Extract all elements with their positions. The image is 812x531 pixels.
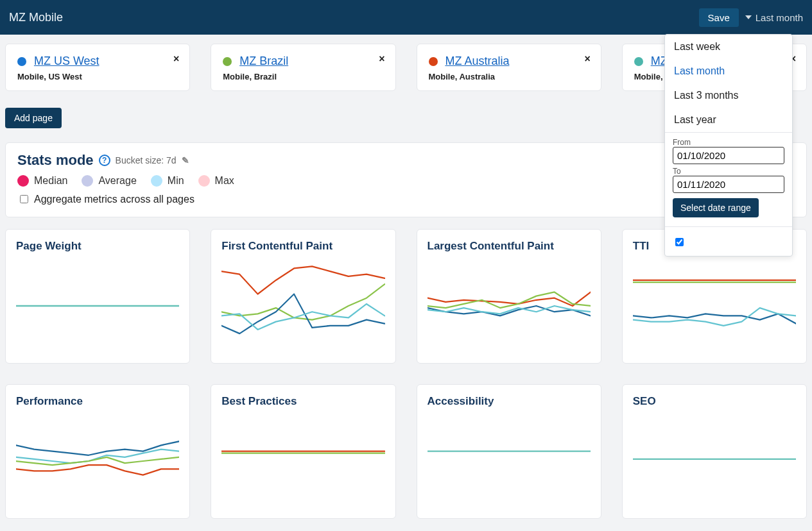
legend-dot-icon [82,175,93,187]
stats-mode-label[interactable]: Stats mode [689,236,741,248]
chart-title: Best Practices [221,395,384,408]
legend-label: Average [98,175,136,187]
date-range-trigger[interactable]: Last month [745,12,803,23]
topbar-right: Save Last month Last weekLast monthLast … [699,8,803,27]
page-card-subtitle: Mobile, US West [17,72,178,81]
legend-dot-icon [17,175,29,187]
status-dot-icon [634,57,643,66]
help-icon[interactable]: ? [99,155,110,166]
page-card-subtitle: Mobile, Australia [429,72,589,81]
legend-item[interactable]: Average [82,175,136,187]
charts-grid: Page Weight First Contentful Paint Large… [5,229,807,519]
calendar-icon: 🗓 [770,179,779,189]
page-card-title[interactable]: MZ Brazil [239,55,288,67]
chart-body [221,257,384,355]
chart-title: Performance [16,395,179,408]
legend-dot-icon [151,175,162,187]
date-range-popover: Last weekLast monthLast 3 monthsLast yea… [664,34,793,257]
chart-title: SEO [633,395,796,408]
close-icon[interactable]: × [584,53,590,65]
date-range-option[interactable]: Last month [665,59,792,83]
chart-body [16,257,179,355]
date-range-option[interactable]: Last year [665,108,792,132]
chart-body [633,257,796,355]
chart-card-seo[interactable]: SEO [622,384,807,519]
select-date-range-button[interactable]: Select date range [673,198,759,217]
chart-body [16,412,179,510]
legend-item[interactable]: Min [151,175,184,187]
page-card: MZ Brazil Mobile, Brazil × [211,44,395,91]
from-label: From [673,138,784,147]
to-date-input[interactable] [673,176,784,193]
status-dot-icon [429,57,438,66]
status-dot-icon [17,57,26,66]
date-range-option[interactable]: Last week [665,35,792,59]
chart-card-performance[interactable]: Performance [5,384,190,519]
legend-item[interactable]: Max [198,175,234,187]
from-date-input[interactable] [673,147,784,164]
chart-card-lcp[interactable]: Largest Contentful Paint [417,229,601,364]
legend-dot-icon [198,175,210,187]
chart-body [428,257,591,355]
edit-bucket-icon[interactable]: ✎ [182,155,189,165]
close-icon[interactable]: × [173,53,179,65]
chevron-down-icon [745,15,752,19]
app-title: MZ Mobile [9,11,63,24]
topbar: MZ Mobile Save Last month Last weekLast … [0,0,812,35]
chart-body [428,412,591,510]
save-button[interactable]: Save [699,8,739,27]
chart-title: Largest Contentful Paint [428,240,591,253]
chart-card-best_practices[interactable]: Best Practices [211,384,395,519]
page-card: MZ Australia Mobile, Australia × [417,44,601,91]
chart-title: Accessibility [428,395,591,408]
aggregate-checkbox[interactable] [20,195,28,203]
status-dot-icon [223,57,232,66]
legend-label: Min [168,175,184,187]
page-card: MZ US West Mobile, US West × [5,44,190,91]
page-card-title[interactable]: MZ Australia [445,55,509,67]
chart-body [633,412,796,510]
chart-title: First Contentful Paint [221,240,384,253]
page-card-title[interactable]: MZ US West [34,55,99,67]
calendar-icon: 🗓 [770,150,779,160]
legend-item[interactable]: Median [17,175,67,187]
chart-title: Page Weight [16,240,179,253]
chart-body [221,412,384,510]
legend-label: Max [215,175,234,187]
add-page-button[interactable]: Add page [5,108,62,128]
chart-card-fcp[interactable]: First Contentful Paint [211,229,395,364]
legend-label: Median [34,175,67,187]
to-label: To [673,167,784,176]
date-range-label: Last month [756,12,803,23]
close-icon[interactable]: × [379,53,384,65]
date-range-option[interactable]: Last 3 months [665,83,792,108]
chart-card-accessibility[interactable]: Accessibility [417,384,601,519]
page-card-subtitle: Mobile, Brazil [223,72,383,81]
bucket-size-label: Bucket size: 7d [116,155,177,165]
aggregate-label[interactable]: Aggregate metrics across all pages [34,194,194,205]
stats-heading: Stats mode [17,152,94,169]
chart-card-page_weight[interactable]: Page Weight [5,229,190,364]
stats-mode-checkbox[interactable] [675,238,684,246]
